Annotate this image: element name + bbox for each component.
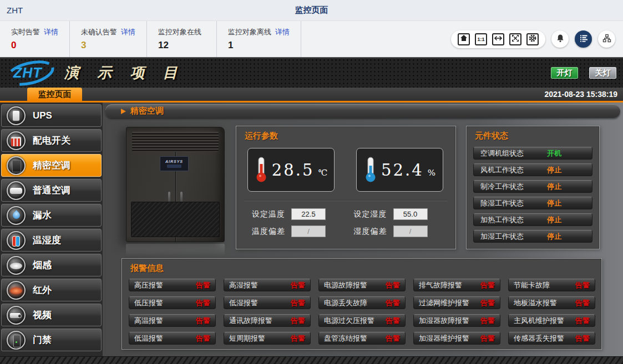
settings-icon [528,34,537,44]
sidebar-item-label: 配电开关 [33,134,70,147]
sidebar-item[interactable]: 普通空调 [1,179,102,202]
alarm-label: 低温报警 [134,334,163,344]
alarm-state-badge: 告警 [575,298,590,308]
alarm-item: 高湿报警 告警 [224,279,311,291]
stat-value: 0 [11,40,58,51]
topology-view-button[interactable] [598,30,615,48]
alarm-label: 主风机维护报警 [514,316,564,326]
sidebar-item[interactable]: UPS [1,104,102,127]
light-off-button[interactable]: 关灯 [589,67,616,79]
sidebar-item-label: 普通空调 [33,184,70,197]
status-value: 开机 [547,148,561,158]
status-value: 停止 [547,215,561,225]
stat-label: 未确认告警 [81,27,117,37]
alarm-label: 传感器丢失报警 [514,334,564,344]
sidebar-item-label: 烟感 [33,259,52,271]
smoke-icon [7,256,26,275]
humidity-deviation-value: / [393,225,428,237]
alarm-state-badge: 告警 [386,280,400,290]
alarm-item: 电源过欠压报警 告警 [318,314,406,327]
list-view-button[interactable] [575,30,592,48]
alarm-item: 电源丢失故障 告警 [318,296,406,309]
alarm-state-badge: 告警 [196,280,210,290]
alarm-label: 地板溢水报警 [514,298,557,308]
stat-detail-link[interactable]: 详情 [121,27,135,37]
alarm-state-badge: 告警 [291,334,305,344]
sidebar-item[interactable]: 门禁 [1,329,102,351]
settings-button[interactable] [526,33,539,45]
water-leak-icon [7,206,26,225]
alarm-state-badge: 告警 [480,334,495,344]
ac-display-plate: AIRSYS [160,156,189,171]
sidebar-item[interactable]: 红外 [1,279,102,301]
normal-ac-icon [7,181,26,200]
sidebar-item[interactable]: 漏水 [1,204,102,227]
sidebar-item[interactable]: 精密空调 [1,154,102,177]
breaker-icon [7,131,26,150]
alarm-state-badge: 告警 [196,334,210,344]
notifications-button[interactable] [551,30,569,48]
project-title: 演 示 项 目 [64,63,185,83]
sidebar-item-label: 漏水 [33,209,52,222]
sidebar-item[interactable]: 视频 [1,304,102,326]
header-tools: 1:1 [451,21,623,57]
stat-detail-link[interactable]: 详情 [44,27,58,37]
alarm-item: 盘管冻结报警 告警 [318,332,406,345]
sidebar: UPS 配电开关 精密空调 普通空调 [0,102,103,356]
alarm-state-badge: 告警 [480,316,495,326]
fullscreen-icon [511,34,520,44]
logo-text: ZHT [13,65,42,81]
light-on-button[interactable]: 开灯 [551,67,578,79]
reading-cards: 28.5 ℃ 52.4 % [236,141,455,192]
alarm-item: 高压报警 告警 [129,279,216,291]
humidity-unit: % [428,168,435,178]
sidebar-item[interactable]: 温湿度 [1,229,102,252]
stat-label: 监控对象在线 [158,27,201,37]
set-humidity-value[interactable]: 55.0 [393,208,428,220]
set-humidity-row: 设定湿度 55.0 [354,208,443,220]
alarm-label: 高温报警 [134,316,163,326]
video-icon [7,306,26,325]
alarm-state-badge: 告警 [386,298,400,308]
alarm-item: 排气故障报警 告警 [413,279,500,291]
fullscreen-button[interactable] [509,33,521,45]
status-label: 风机工作状态 [480,165,547,175]
stat-detail-link[interactable]: 详情 [275,27,290,37]
stat-label: 监控对象离线 [228,27,271,37]
alarm-item: 主风机维护报警 告警 [508,314,595,327]
infrared-icon [7,281,26,300]
ups-icon [7,106,26,125]
alarm-state-badge: 告警 [196,316,210,326]
status-value: 停止 [547,232,561,242]
panel-title: 报警信息 [122,259,601,274]
ac-reflection [126,244,225,256]
sidebar-item[interactable]: 烟感 [1,254,102,276]
fit-width-button[interactable] [492,33,504,45]
status-list: 空调机组状态 开机 风机工作状态 停止 制冷工作状态 停止 [467,141,599,243]
home-button[interactable] [458,33,470,45]
stat-value: 1 [228,40,290,51]
bottom-hatch-strip [0,356,623,364]
alarm-item: 电源故障报警 告警 [318,279,406,291]
stats-bar: 实时告警 详情 0 未确认告警 详情 3 监控对象在线 [0,21,623,57]
temperature-deviation-label: 温度偏差 [252,227,285,237]
temperature-deviation-row: 温度偏差 / [252,225,341,237]
status-value: 停止 [547,182,561,192]
sidebar-item-label: 红外 [33,284,52,296]
alarm-label: 加湿器维护报警 [419,334,469,344]
status-value: 停止 [547,165,561,175]
one-to-one-button[interactable]: 1:1 [475,33,487,45]
alarm-item: 短周期报警 告警 [224,332,311,345]
set-temperature-value[interactable]: 22.5 [291,208,326,220]
alarm-item: 低压报警 告警 [129,296,216,309]
run-params-panel: 运行参数 28.5 ℃ 52.4 % 设定温度 [236,126,456,249]
timestamp: 2021-08-23 15:38:19 [544,88,623,101]
alarm-state-badge: 告警 [575,334,590,344]
ac-cabinet: AIRSYS [126,127,225,242]
stat-value: 12 [158,40,205,51]
sidebar-item[interactable]: 配电开关 [1,129,102,152]
alarm-item: 节能卡故障 告警 [508,279,595,291]
door-access-icon [7,331,26,350]
tab-monitoring-page[interactable]: 监控页面 [27,88,82,101]
alarm-info-panel: 报警信息 高压报警 告警 高湿报警 告警 [121,258,602,350]
